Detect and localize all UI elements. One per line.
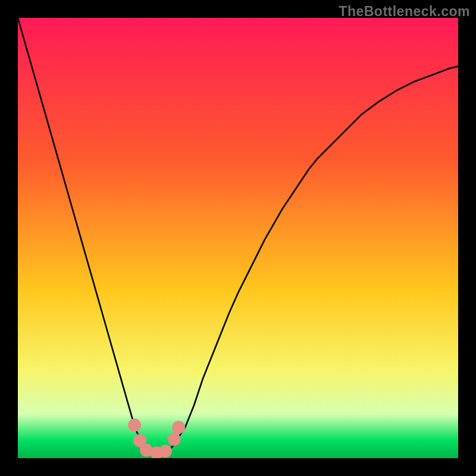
highlight-dot [159,444,172,458]
highlight-dot [172,421,185,434]
highlight-dot [168,433,181,446]
chart-frame: TheBottleneck.com [0,0,476,476]
gradient-background [18,18,458,458]
attribution-text: TheBottleneck.com [339,4,470,20]
highlight-dot [128,419,141,432]
bottleneck-plot [18,18,458,458]
